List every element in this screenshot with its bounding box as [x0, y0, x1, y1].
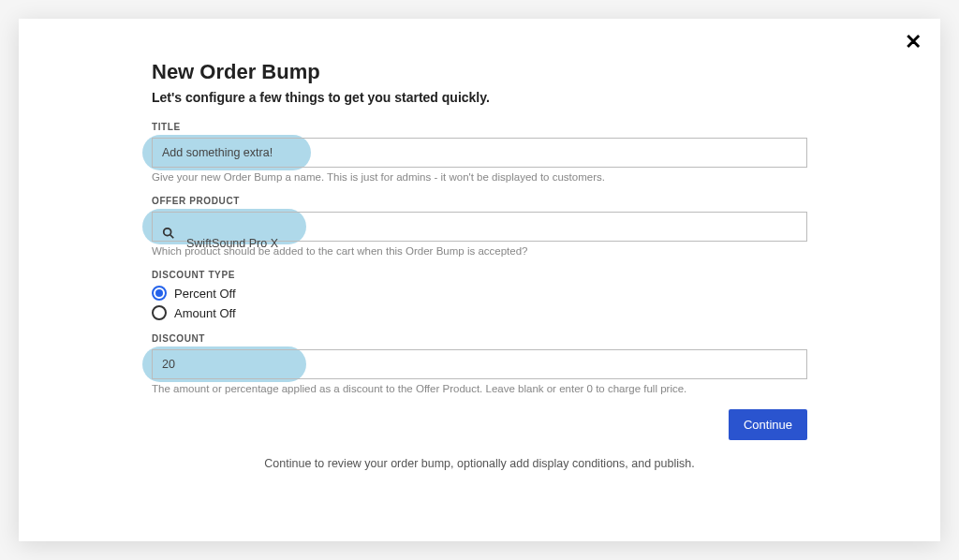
footer-actions: Continue	[152, 409, 807, 440]
offer-product-wrap	[152, 212, 807, 242]
radio-percent-off[interactable]: Percent Off	[152, 286, 807, 301]
modal-subheading: Let's configure a few things to get you …	[152, 90, 807, 105]
svg-point-0	[164, 228, 171, 236]
radio-label-percent: Percent Off	[174, 287, 236, 301]
radio-label-amount: Amount Off	[174, 306, 236, 320]
discount-input[interactable]	[153, 350, 806, 378]
search-icon	[162, 227, 175, 243]
continue-button[interactable]: Continue	[729, 409, 807, 440]
offer-input-shell	[152, 212, 807, 242]
modal-content: New Order Bump Let's configure a few thi…	[152, 60, 807, 470]
title-field-wrap	[152, 138, 807, 168]
svg-line-1	[170, 235, 174, 239]
offer-product-input[interactable]	[153, 229, 806, 258]
title-helper: Give your new Order Bump a name. This is…	[152, 171, 807, 183]
title-input-shell	[152, 138, 807, 168]
discount-type-group: Percent Off Amount Off	[152, 286, 807, 320]
radio-dot-percent	[152, 286, 167, 301]
radio-amount-off[interactable]: Amount Off	[152, 305, 807, 320]
title-input[interactable]	[153, 139, 806, 167]
title-label: TITLE	[152, 122, 807, 132]
modal-heading: New Order Bump	[152, 60, 807, 84]
discount-wrap	[152, 349, 807, 379]
discount-type-label: DISCOUNT TYPE	[152, 270, 807, 280]
discount-input-shell	[152, 349, 807, 379]
discount-label: DISCOUNT	[152, 333, 807, 344]
close-icon[interactable]: ✕	[905, 32, 922, 52]
offer-product-label: OFFER PRODUCT	[152, 196, 807, 206]
footer-text: Continue to review your order bump, opti…	[152, 457, 807, 470]
discount-helper: The amount or percentage applied as a di…	[152, 383, 807, 394]
radio-dot-amount	[152, 305, 167, 320]
order-bump-modal: ✕ New Order Bump Let's configure a few t…	[19, 19, 940, 541]
